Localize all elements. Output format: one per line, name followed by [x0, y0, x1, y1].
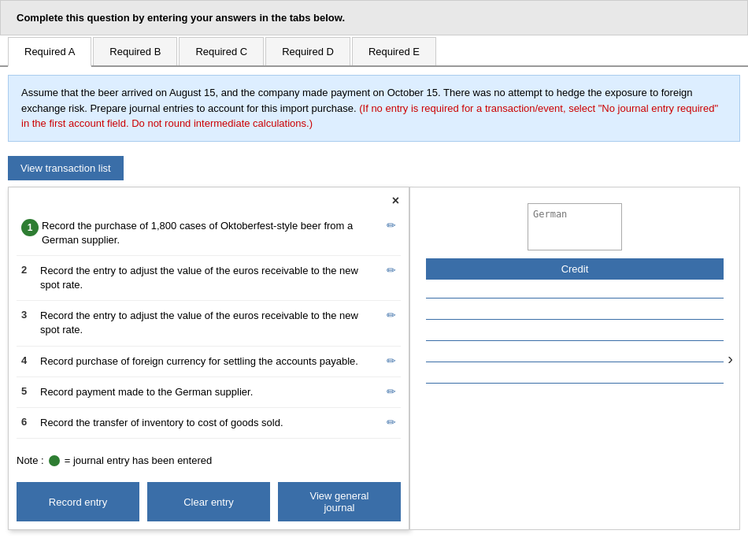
item-text-2: Record the entry to adjust the value of …	[40, 264, 380, 292]
close-icon[interactable]: ×	[392, 194, 399, 208]
list-item: 2 Record the entry to adjust the value o…	[17, 256, 401, 301]
view-general-journal-button[interactable]: View general journal	[278, 482, 401, 521]
item-number-2: 2	[21, 264, 40, 276]
tab-required-b[interactable]: Required B	[93, 37, 177, 65]
list-item: 6 Record the transfer of inventory to co…	[17, 408, 401, 439]
item-text-6: Record the transfer of inventory to cost…	[40, 416, 380, 430]
description-block: Assume that the beer arrived on August 1…	[8, 75, 740, 142]
popup-buttons: Record entry Clear entry View general jo…	[9, 474, 409, 529]
tabs-container: Required A Required B Required C Require…	[0, 37, 748, 67]
credit-header: Credit	[426, 258, 724, 280]
tab-required-c[interactable]: Required C	[179, 37, 264, 65]
item-number-6: 6	[21, 416, 40, 428]
tab-required-e[interactable]: Required E	[352, 37, 436, 65]
transaction-list: 1 Record the purchase of 1,800 cases of …	[9, 187, 409, 447]
list-item: 3 Record the entry to adjust the value o…	[17, 301, 401, 346]
edit-icon-6[interactable]: ✏	[380, 416, 396, 428]
instruction-text: Complete this question by entering your …	[17, 12, 345, 24]
credit-input-5[interactable]	[426, 365, 724, 384]
tab-required-d[interactable]: Required D	[265, 37, 350, 65]
credit-input-row	[418, 280, 731, 384]
edit-icon-5[interactable]: ✏	[380, 385, 396, 398]
view-transaction-button[interactable]: View transaction list	[8, 156, 124, 180]
edit-icon-4[interactable]: ✏	[380, 354, 396, 367]
item-text-3: Record the entry to adjust the value of …	[40, 309, 380, 337]
credit-input-4[interactable]	[426, 343, 724, 362]
instruction-bar: Complete this question by entering your …	[0, 0, 748, 35]
list-item: 5 Record payment made to the German supp…	[17, 377, 401, 408]
green-dot-icon	[49, 455, 60, 466]
item-number-4: 4	[21, 354, 40, 366]
credit-input-2[interactable]	[426, 301, 724, 320]
list-item: 1 Record the purchase of 1,800 cases of …	[17, 211, 401, 256]
item-number-1: 1	[21, 219, 39, 236]
tab-required-a[interactable]: Required A	[8, 37, 91, 67]
credit-label: Credit	[561, 263, 589, 275]
page-wrapper: Complete this question by entering your …	[0, 0, 748, 560]
record-entry-button[interactable]: Record entry	[17, 482, 139, 521]
item-number-5: 5	[21, 385, 40, 397]
main-content: × 1 Record the purchase of 1,800 cases o…	[8, 187, 740, 531]
item-text-1: Record the purchase of 1,800 cases of Ok…	[42, 219, 380, 247]
edit-icon-1[interactable]: ✏	[380, 219, 396, 232]
journal-content: Credit	[410, 187, 739, 391]
credit-input-1[interactable]	[426, 280, 724, 299]
edit-icon-2[interactable]: ✏	[380, 264, 396, 276]
transaction-popup: × 1 Record the purchase of 1,800 cases o…	[8, 187, 409, 531]
item-text-4: Record purchase of foreign currency for …	[40, 354, 380, 369]
journal-text-input[interactable]	[528, 203, 622, 250]
list-item: 4 Record purchase of foreign currency fo…	[17, 347, 401, 377]
edit-icon-3[interactable]: ✏	[380, 309, 396, 321]
item-number-3: 3	[21, 309, 40, 321]
next-arrow-icon[interactable]: ›	[728, 349, 733, 367]
note-label: Note :	[17, 454, 44, 466]
credit-input-3[interactable]	[426, 322, 724, 341]
clear-entry-button[interactable]: Clear entry	[147, 482, 270, 521]
item-text-5: Record payment made to the German suppli…	[40, 385, 380, 399]
note-text: = journal entry has been entered	[65, 454, 213, 466]
journal-panel: › Credit	[409, 187, 740, 531]
note-row: Note : = journal entry has been entered	[9, 447, 409, 474]
